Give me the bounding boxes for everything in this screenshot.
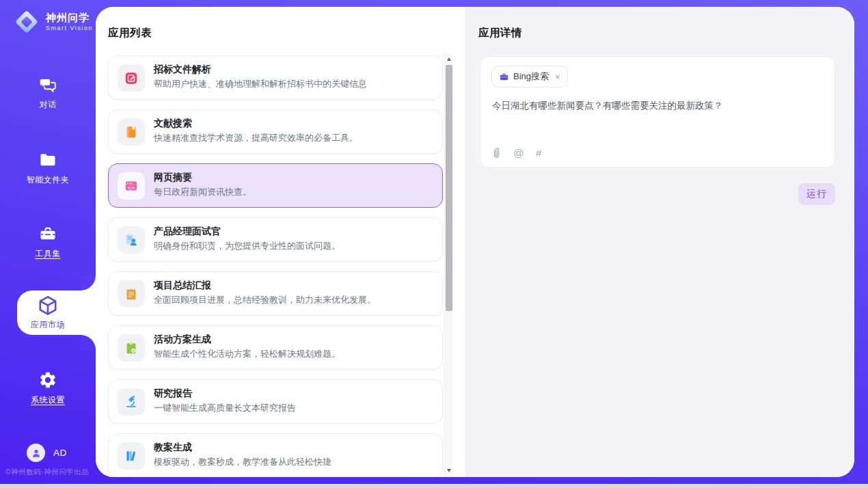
prompt-text[interactable]: 今日湖北有哪些新闻要点？有哪些需要关注的最新政策？ (492, 100, 820, 111)
sidebar-item-label: 智能文件夹 (27, 174, 70, 186)
app-title: 产品经理面试官 (154, 226, 221, 238)
sidebar-item-label: 系统设置 (31, 394, 65, 406)
gear-icon (38, 370, 57, 390)
app-desc: 明确身份和职责，为您提供专业性的面试问题。 (154, 240, 340, 252)
scroll-down-icon[interactable] (447, 469, 451, 472)
briefcase-icon (499, 72, 509, 82)
app-detail-panel: 应用详情 Bing搜索 × 今日湖北有哪些新闻要点？有哪些需要关注的最新政策？ (465, 7, 854, 477)
app-desc: 快速精准查找学术资源，提高研究效率的必备工具。 (154, 132, 358, 144)
app-detail-title: 应用详情 (478, 26, 522, 40)
app-title: 招标文件解析 (154, 64, 211, 76)
composer-toolbar: @ # (491, 147, 541, 159)
app-desc: 全面回顾项目进展，总结经验教训，助力未来优化发展。 (154, 294, 376, 306)
hash-icon[interactable]: # (536, 148, 542, 159)
main-content: 应用列表 招标文件解析 帮助用户快速、准确地理解和解析招标书中的关键信息 (96, 7, 854, 477)
toolbox-icon (38, 224, 57, 243)
prompt-card[interactable]: Bing搜索 × 今日湖北有哪些新闻要点？有哪些需要关注的最新政策？ @ # (480, 56, 835, 168)
avatar (27, 444, 45, 462)
app-card-pm-interviewer[interactable]: 产品经理面试官 明确身份和职责，为您提供专业性的面试问题。 (108, 217, 443, 262)
brand-subtitle: Smart Vision (46, 25, 93, 31)
sidebar-item-settings[interactable]: 系统设置 (0, 370, 96, 406)
sidebar-item-folders[interactable]: 智能文件夹 (0, 150, 96, 186)
app-list-panel: 应用列表 招标文件解析 帮助用户快速、准确地理解和解析招标书中的关键信息 (96, 7, 465, 477)
sidebar-item-label: 应用市场 (31, 319, 65, 331)
app-desc: 智能生成个性化活动方案，轻松解决规划难题。 (154, 348, 340, 360)
brand-name: 神州问学 (46, 12, 93, 23)
svg-text:</>: </> (128, 185, 135, 190)
app-desc: 模板驱动，教案秒成，教学准备从此轻松快捷 (154, 456, 331, 468)
scrollbar[interactable] (444, 53, 452, 477)
app-window: 神州问学 Smart Vision 对话 智能文件夹 (0, 0, 868, 488)
app-title: 活动方案生成 (154, 334, 211, 346)
tab-flare-bottom (81, 335, 96, 350)
user-profile[interactable]: AD (27, 444, 67, 462)
sidebar-item-market[interactable]: 应用市场 (17, 290, 96, 335)
app-desc: 一键智能生成高质量长文本研究报告 (154, 402, 296, 414)
interviewer-icon (118, 226, 145, 254)
app-title: 教案生成 (154, 442, 192, 454)
app-card-activity-plan[interactable]: 活动方案生成 智能生成个性化活动方案，轻松解决规划难题。 (108, 325, 443, 370)
scrollbar-thumb[interactable] (446, 65, 452, 311)
app-title: 项目总结汇报 (154, 280, 211, 292)
app-card-research-report[interactable]: 研究报告 一键智能生成高质量长文本研究报告 (108, 379, 443, 424)
notepad-icon (118, 280, 145, 308)
brand-logo: 神州问学 Smart Vision (14, 9, 93, 35)
app-card-project-summary[interactable]: 项目总结汇报 全面回顾项目进展，总结经验教训，助力未来优化发展。 (108, 271, 443, 316)
app-title: 研究报告 (154, 388, 192, 400)
browser-code-icon: </> (118, 172, 145, 200)
app-card-literature-search[interactable]: 文献搜索 快速精准查找学术资源，提高研究效率的必备工具。 (108, 109, 443, 154)
clipboard-check-icon (118, 334, 145, 362)
tool-chip-bing-search[interactable]: Bing搜索 × (491, 66, 568, 87)
at-icon[interactable]: @ (513, 148, 524, 159)
paperclip-icon[interactable] (491, 147, 502, 159)
person-icon (30, 447, 42, 459)
book-icon (118, 118, 145, 146)
doc-edit-icon (118, 64, 145, 92)
sidebar-item-label: 工具集 (35, 248, 61, 260)
user-initials: AD (53, 448, 67, 458)
app-desc: 每日政府新闻资讯快查。 (154, 186, 252, 198)
app-list-title: 应用列表 (108, 26, 152, 40)
app-title: 文献搜索 (154, 118, 192, 130)
tab-flare-top (81, 275, 96, 290)
run-button[interactable]: 运行 (798, 183, 835, 205)
sidebar-item-label: 对话 (40, 99, 57, 111)
books-icon (118, 442, 145, 470)
chat-icon (38, 75, 57, 94)
tool-chip-label: Bing搜索 (513, 70, 549, 83)
app-card-lesson-plan[interactable]: 教案生成 模板驱动，教案秒成，教学准备从此轻松快捷 (108, 433, 443, 477)
scroll-up-icon[interactable] (447, 57, 451, 61)
microscope-icon (118, 388, 145, 416)
app-title: 网页摘要 (154, 172, 192, 184)
app-card-web-summary[interactable]: </> 网页摘要 每日政府新闻资讯快查。 (108, 163, 443, 208)
app-card-bid-parse[interactable]: 招标文件解析 帮助用户快速、准确地理解和解析招标书中的关键信息 (108, 55, 443, 100)
sidebar-item-chat[interactable]: 对话 (0, 75, 96, 111)
close-icon[interactable]: × (555, 72, 560, 81)
folder-icon (38, 150, 57, 170)
app-desc: 帮助用户快速、准确地理解和解析招标书中的关键信息 (154, 78, 367, 90)
cube-icon (37, 295, 59, 316)
copyright-footer: ©神州数码·神州问学出品 (5, 467, 89, 477)
brand-logo-icon (14, 9, 40, 35)
sidebar-item-tools[interactable]: 工具集 (0, 224, 96, 260)
